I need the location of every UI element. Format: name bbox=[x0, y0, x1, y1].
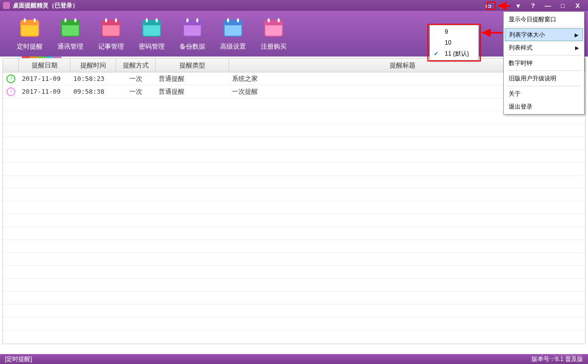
font-size-9[interactable]: 9 bbox=[431, 26, 477, 37]
menu-about[interactable]: 关于 bbox=[505, 87, 583, 100]
svg-rect-13 bbox=[143, 20, 161, 25]
check-icon: ✓ bbox=[434, 50, 439, 57]
table-row[interactable]: 2017-11-09 09:58:38 一次 普通提醒 一次提醒 bbox=[3, 85, 585, 98]
app-logo-icon bbox=[3, 2, 10, 9]
close-icon[interactable]: X bbox=[573, 1, 582, 9]
menu-label: 退出登录 bbox=[509, 103, 532, 111]
row-icon bbox=[3, 74, 19, 83]
note-mgmt-icon bbox=[99, 16, 123, 40]
table-row bbox=[3, 188, 585, 201]
font-size-10[interactable]: 10 bbox=[431, 37, 477, 48]
cell-type: 普通提醒 bbox=[156, 87, 229, 96]
svg-rect-6 bbox=[64, 18, 66, 22]
svg-rect-25 bbox=[265, 20, 283, 25]
status-left: [定时提醒] bbox=[5, 355, 32, 364]
watermark-text: 系统之家 bbox=[558, 349, 582, 358]
cell-type: 普通提醒 bbox=[156, 74, 229, 83]
col-icon[interactable] bbox=[3, 59, 19, 72]
table-row bbox=[3, 111, 585, 124]
svg-rect-23 bbox=[237, 18, 239, 22]
col-time[interactable]: 提醒时间 bbox=[70, 59, 116, 72]
status-bar: [定时提醒] 版本号：8.1 普及版 bbox=[0, 354, 588, 364]
font-size-11[interactable]: ✓11 (默认) bbox=[431, 48, 477, 59]
table-row bbox=[3, 253, 585, 266]
cell-mode: 一次 bbox=[116, 74, 156, 83]
menu-upgrade-note[interactable]: 旧版用户升级说明 bbox=[505, 72, 583, 85]
menu-label: 列表样式 bbox=[509, 44, 532, 52]
svg-rect-10 bbox=[105, 18, 107, 22]
clock-icon bbox=[6, 74, 15, 83]
table-row bbox=[3, 214, 585, 227]
backup-data-icon bbox=[180, 16, 204, 40]
cell-mode: 一次 bbox=[116, 87, 156, 96]
clock-icon bbox=[6, 87, 15, 96]
row-icon bbox=[3, 87, 19, 96]
note-mgmt-label: 记事管理 bbox=[98, 42, 124, 51]
menu-separator bbox=[507, 86, 581, 86]
svg-rect-27 bbox=[278, 18, 280, 22]
menu-logout[interactable]: 退出登录 bbox=[505, 100, 583, 113]
cell-date: 2017-11-09 bbox=[19, 88, 70, 95]
submenu-arrow-icon: ▶ bbox=[575, 32, 579, 38]
register-buy-button[interactable]: 注册购买 bbox=[261, 16, 287, 51]
font-size-label: 11 (默认) bbox=[445, 50, 469, 58]
font-size-label: 9 bbox=[445, 28, 448, 35]
timer-reminder-button[interactable]: 定时提醒 bbox=[17, 16, 43, 51]
red-arrow-1 bbox=[496, 2, 513, 10]
svg-rect-22 bbox=[227, 18, 229, 22]
svg-rect-15 bbox=[156, 18, 158, 22]
help-icon[interactable]: ? bbox=[529, 1, 537, 9]
cell-time: 09:58:38 bbox=[70, 88, 116, 95]
minimize-icon[interactable]: — bbox=[543, 1, 552, 9]
table-row bbox=[3, 240, 585, 253]
adv-settings-label: 高级设置 bbox=[220, 42, 246, 51]
note-mgmt-button[interactable]: 记事管理 bbox=[98, 16, 124, 51]
password-mgmt-button[interactable]: 密码管理 bbox=[139, 16, 165, 51]
red-arrow-2 bbox=[480, 29, 505, 37]
backup-data-label: 备份数据 bbox=[179, 42, 205, 51]
password-mgmt-icon bbox=[140, 16, 164, 40]
menu-label: 数字时钟 bbox=[509, 59, 532, 67]
password-mgmt-label: 密码管理 bbox=[139, 42, 165, 51]
dropdown-icon[interactable]: ▾ bbox=[514, 1, 523, 9]
table-row bbox=[3, 279, 585, 292]
context-menu: 显示今日提醒窗口列表字体大小▶列表样式▶数字时钟旧版用户升级说明关于退出登录 bbox=[503, 11, 585, 115]
svg-rect-9 bbox=[102, 20, 120, 25]
svg-rect-18 bbox=[186, 18, 188, 22]
col-type[interactable]: 提醒类型 bbox=[156, 59, 229, 72]
maximize-icon[interactable]: □ bbox=[558, 1, 567, 9]
menu-label: 列表字体大小 bbox=[509, 31, 545, 39]
table-row bbox=[3, 150, 585, 163]
table-row bbox=[3, 292, 585, 304]
menu-digital-clock[interactable]: 数字时钟 bbox=[505, 57, 583, 69]
svg-rect-21 bbox=[224, 20, 242, 25]
table-row[interactable]: 2017-11-09 10:58:23 一次 普通提醒 系统之家 bbox=[3, 72, 585, 85]
font-size-label: 10 bbox=[445, 39, 451, 46]
table-row bbox=[3, 176, 585, 188]
col-date[interactable]: 提醒日期 bbox=[19, 59, 70, 72]
svg-rect-14 bbox=[146, 18, 148, 22]
register-buy-icon bbox=[262, 16, 286, 40]
submenu-arrow-icon: ▶ bbox=[575, 45, 579, 51]
menu-show-today[interactable]: 显示今日提醒窗口 bbox=[505, 13, 583, 26]
menu-list-font-size[interactable]: 列表字体大小▶ bbox=[505, 28, 583, 41]
table-row bbox=[3, 98, 585, 111]
backup-data-button[interactable]: 备份数据 bbox=[179, 16, 205, 51]
menu-list-style[interactable]: 列表样式▶ bbox=[505, 41, 583, 54]
svg-rect-1 bbox=[21, 20, 39, 25]
watermark: 系统之家 bbox=[541, 347, 582, 359]
svg-rect-7 bbox=[74, 18, 76, 22]
col-mode[interactable]: 提醒方式 bbox=[116, 59, 156, 72]
menu-separator bbox=[507, 55, 581, 56]
contact-mgmt-label: 通讯管理 bbox=[58, 42, 83, 51]
svg-rect-26 bbox=[268, 18, 270, 22]
timer-reminder-icon bbox=[18, 16, 42, 40]
contact-mgmt-button[interactable]: 通讯管理 bbox=[58, 16, 83, 51]
menu-separator bbox=[507, 27, 581, 27]
cell-date: 2017-11-09 bbox=[19, 75, 70, 82]
reminder-table: 提醒日期 提醒时间 提醒方式 提醒类型 提醒标题 2017-11-09 10:5… bbox=[2, 58, 586, 344]
menu-label: 关于 bbox=[509, 90, 521, 98]
contact-mgmt-icon bbox=[59, 16, 82, 40]
adv-settings-button[interactable]: 高级设置 bbox=[220, 16, 246, 51]
table-row bbox=[3, 227, 585, 240]
